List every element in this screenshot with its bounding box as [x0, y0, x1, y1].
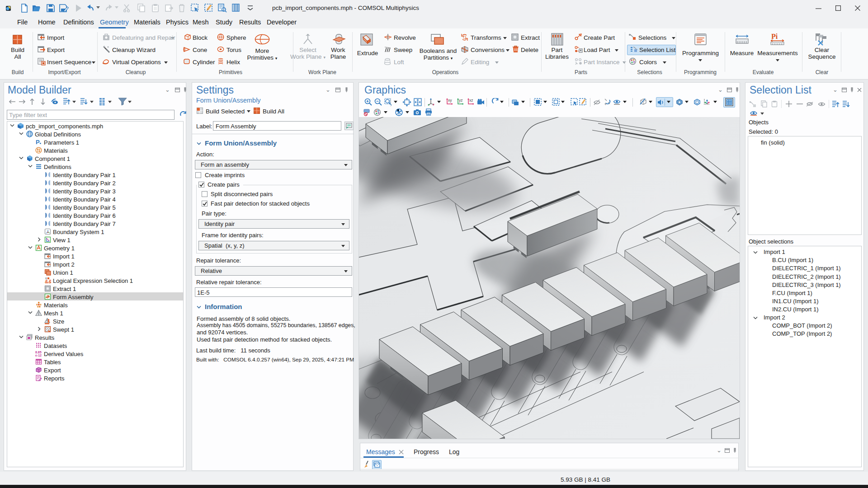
svg-text:&&: &&	[45, 279, 51, 284]
svg-text:Pi: Pi	[771, 33, 778, 40]
svg-text:P: P	[36, 139, 40, 145]
svg-text:xz: xz	[469, 98, 473, 103]
svg-text:xy: xy	[448, 98, 452, 103]
svg-text:e-12: e-12	[35, 354, 42, 357]
svg-text:yz: yz	[459, 98, 463, 103]
svg-text:8.85: 8.85	[35, 351, 42, 354]
